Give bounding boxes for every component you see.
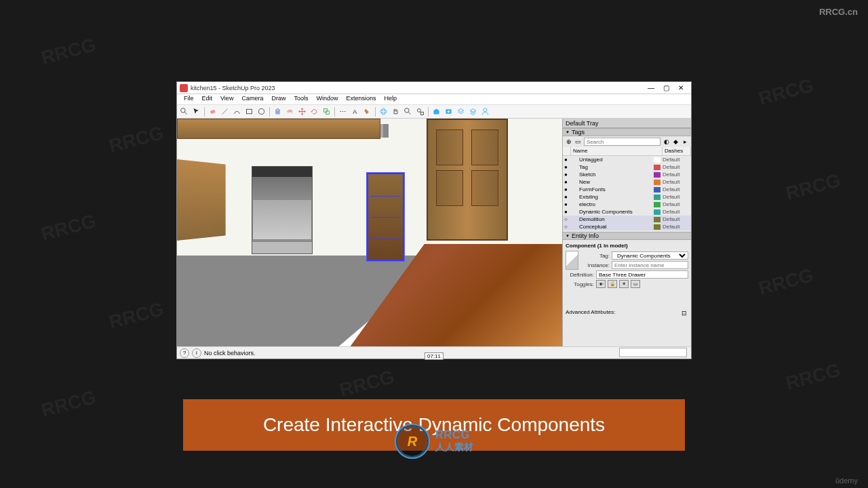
menu-help[interactable]: Help <box>380 94 401 104</box>
tape-tool[interactable] <box>337 106 349 117</box>
tag-row[interactable]: ●Dynamic ComponentsDefault <box>563 208 691 216</box>
tag-row[interactable]: ○ConceptualDefault <box>563 223 691 230</box>
toggle-hidden[interactable]: 👁 <box>596 280 606 288</box>
tag-row[interactable]: ●TagDefault <box>563 163 691 171</box>
toggle-shadows[interactable]: ☀ <box>619 280 629 288</box>
info-icon[interactable]: i <box>192 348 201 358</box>
tag-color-swatch[interactable] <box>654 165 660 170</box>
tag-row[interactable]: ●FormFontsDefault <box>563 186 691 193</box>
separator <box>375 107 376 117</box>
tag-row[interactable]: ●SketchDefault <box>563 171 691 178</box>
tag-color-swatch[interactable] <box>654 217 660 222</box>
visibility-icon[interactable]: ○ <box>564 216 571 222</box>
scale-tool[interactable] <box>321 106 332 117</box>
help-icon[interactable]: ? <box>180 348 189 358</box>
extension-warehouse-icon[interactable] <box>443 106 454 117</box>
tag-color-swatch[interactable] <box>654 187 660 192</box>
3d-viewport[interactable] <box>177 119 562 346</box>
col-name[interactable]: Name <box>571 147 663 155</box>
tags-search-input[interactable] <box>584 138 660 146</box>
tag-filter-icon[interactable]: ◐ <box>663 138 670 146</box>
menu-file[interactable]: File <box>180 94 198 104</box>
menu-extensions[interactable]: Extensions <box>342 94 380 104</box>
menu-draw[interactable]: Draw <box>267 94 290 104</box>
tag-color-swatch[interactable] <box>654 224 660 230</box>
visibility-icon[interactable]: ○ <box>564 224 571 230</box>
paint-tool[interactable] <box>361 106 373 117</box>
tag-row[interactable]: ●UntaggedDefault <box>563 156 691 163</box>
close-button[interactable]: ✕ <box>673 83 688 94</box>
tag-folder-icon[interactable]: ▭ <box>574 138 582 146</box>
tag-row[interactable]: ○DemolitionDefault <box>563 216 691 223</box>
tag-select[interactable]: Dynamic Components <box>612 251 688 260</box>
eraser-tool[interactable] <box>207 106 218 117</box>
layers2-icon[interactable] <box>467 106 479 117</box>
visibility-icon[interactable]: ● <box>564 179 571 185</box>
toggle-receive[interactable]: ▭ <box>631 280 640 288</box>
visibility-icon[interactable]: ● <box>564 201 571 207</box>
menu-view[interactable]: View <box>216 94 237 104</box>
warehouse-icon[interactable] <box>431 106 442 117</box>
select-tool[interactable] <box>191 106 202 117</box>
visibility-icon[interactable]: ● <box>564 194 571 200</box>
visibility-icon[interactable]: ● <box>564 209 571 215</box>
arc-tool[interactable] <box>231 106 243 117</box>
tag-color-swatch[interactable] <box>654 157 660 163</box>
tag-color-swatch[interactable] <box>654 209 660 215</box>
tag-color-swatch[interactable] <box>654 172 660 178</box>
visibility-icon[interactable]: ● <box>564 157 571 163</box>
user-icon[interactable] <box>479 106 491 117</box>
menu-tools[interactable]: Tools <box>290 94 312 104</box>
add-tag-icon[interactable]: ⊕ <box>565 138 572 146</box>
layers-icon[interactable] <box>455 106 467 117</box>
tag-row[interactable]: ●electroDefault <box>563 201 691 208</box>
tray-title[interactable]: Default Tray <box>563 119 691 128</box>
search-icon[interactable] <box>178 106 190 117</box>
col-dashes[interactable]: Dashes <box>663 147 691 155</box>
menu-window[interactable]: Window <box>312 94 342 104</box>
entity-info-header[interactable]: Entity Info <box>563 232 691 240</box>
zoom-extents-tool[interactable] <box>414 106 426 117</box>
tags-panel-header[interactable]: Tags <box>563 128 691 136</box>
tag-color-icon[interactable]: ◆ <box>672 138 679 146</box>
definition-input[interactable] <box>596 270 688 279</box>
circle-tool[interactable] <box>256 106 267 117</box>
zoom-tool[interactable] <box>402 106 414 117</box>
pan-tool[interactable] <box>390 106 401 117</box>
offset-tool[interactable] <box>284 106 296 117</box>
status-message: No click behaviors. <box>204 350 256 357</box>
selected-component[interactable] <box>367 173 404 261</box>
tag-label: Tag: <box>581 253 610 259</box>
orbit-tool[interactable] <box>378 106 389 117</box>
minimize-button[interactable]: — <box>644 83 658 94</box>
menu-camera[interactable]: Camera <box>237 94 267 104</box>
maximize-button[interactable]: ▢ <box>658 83 673 94</box>
move-tool[interactable] <box>296 106 308 117</box>
rectangle-tool[interactable] <box>243 106 255 117</box>
tag-color-swatch[interactable] <box>654 195 660 200</box>
tag-name: Demolition <box>571 216 654 222</box>
advanced-expand-icon[interactable]: ⊡ <box>680 309 688 317</box>
tag-color-swatch[interactable] <box>654 180 660 185</box>
tag-row[interactable]: ●ExistingDefault <box>563 193 691 201</box>
pushpull-tool[interactable] <box>272 106 283 117</box>
instance-input[interactable] <box>612 261 688 269</box>
tag-color-swatch[interactable] <box>654 202 660 207</box>
visibility-icon[interactable]: ● <box>564 164 571 170</box>
tag-menu-icon[interactable]: ▸ <box>682 138 689 146</box>
visibility-icon[interactable]: ● <box>564 171 571 178</box>
tag-dash: Default <box>663 216 690 222</box>
measurements-input[interactable] <box>619 348 687 357</box>
oven-door <box>252 199 312 240</box>
tag-row[interactable]: ●NewDefault <box>563 178 691 186</box>
toggle-lock[interactable]: 🔒 <box>608 280 617 288</box>
visibility-icon[interactable]: ● <box>564 186 571 192</box>
text-tool[interactable]: A <box>349 106 361 117</box>
rotate-tool[interactable] <box>309 106 320 117</box>
drawer-edge <box>370 196 401 197</box>
line-tool[interactable] <box>219 106 231 117</box>
menu-edit[interactable]: Edit <box>198 94 217 104</box>
titlebar[interactable]: kitchen15 - SketchUp Pro 2023 — ▢ ✕ <box>177 82 691 94</box>
svg-rect-6 <box>275 110 280 115</box>
upper-cabinets <box>177 119 380 139</box>
